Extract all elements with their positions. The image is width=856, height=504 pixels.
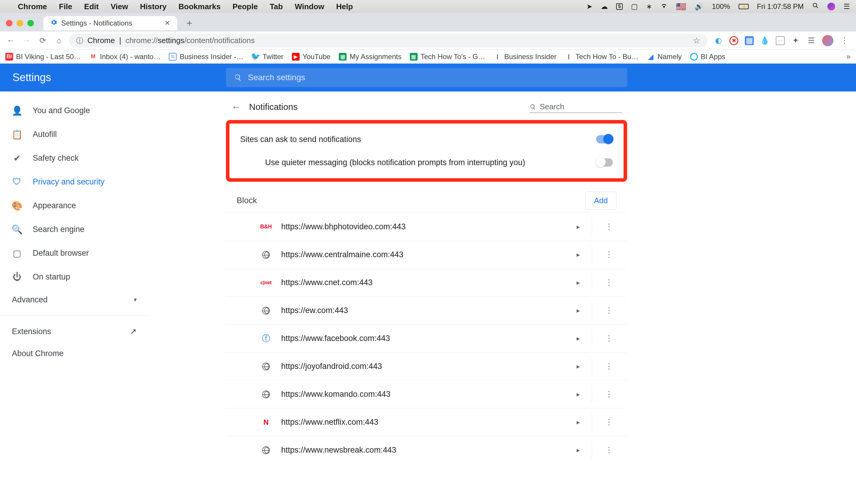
back-arrow-button[interactable]: ← [231, 102, 241, 112]
site-menu-button[interactable]: ⋮ [592, 302, 616, 320]
site-menu-button[interactable]: ⋮ [592, 413, 616, 431]
airplay-icon[interactable]: ▢ [631, 2, 638, 11]
chevron-right-icon[interactable]: ▸ [565, 251, 592, 259]
site-menu-button[interactable]: ⋮ [592, 330, 616, 347]
bookmark-item[interactable]: |Tech How To - Bu… [565, 53, 639, 61]
sidebar-extensions[interactable]: Extensions↗ [0, 321, 149, 342]
site-row[interactable]: https://ew.com:443 ▸ ⋮ [226, 296, 627, 324]
clock[interactable]: Fri 1:07:58 PM [757, 2, 804, 11]
wifi-icon[interactable] [660, 2, 667, 11]
bookmark-item[interactable]: ◢Namely [647, 53, 682, 61]
menu-help[interactable]: Help [336, 2, 353, 11]
site-menu-button[interactable]: ⋮ [592, 218, 616, 236]
site-row[interactable]: https://www.komando.com:443 ▸ ⋮ [226, 380, 627, 408]
content-search[interactable]: Search [530, 101, 622, 113]
tab-close-button[interactable]: ✕ [165, 19, 170, 27]
bookmark-star-icon[interactable]: ☆ [693, 36, 700, 46]
bookmark-item[interactable]: |Business Insider [493, 53, 556, 61]
flag-icon[interactable]: 🇺🇸 [676, 2, 686, 12]
window-close-button[interactable] [6, 20, 13, 26]
ext-icon-2[interactable]: ✖ [729, 36, 738, 45]
menu-people[interactable]: People [232, 2, 258, 11]
battery-percent[interactable]: 100% [712, 2, 730, 11]
chevron-right-icon[interactable]: ▸ [565, 363, 592, 370]
new-tab-button[interactable]: + [187, 18, 192, 29]
location-icon[interactable]: ➤ [587, 2, 592, 11]
chevron-right-icon[interactable]: ▸ [565, 335, 592, 342]
sidebar-item-appearance[interactable]: 🎨Appearance [0, 194, 149, 217]
bookmark-item[interactable]: ▦My Assignments [339, 53, 402, 61]
siri-icon[interactable] [827, 3, 835, 11]
chevron-right-icon[interactable]: ▸ [565, 307, 592, 314]
menu-app[interactable]: Chrome [18, 2, 47, 11]
window-minimize-button[interactable] [17, 20, 23, 26]
chrome-menu-button[interactable]: ⋮ [840, 36, 849, 45]
window-maximize-button[interactable] [27, 20, 34, 26]
sidebar-item-autofill[interactable]: 📋Autofill [0, 122, 149, 146]
control-center-icon[interactable]: ☰ [843, 2, 850, 11]
reading-list-icon[interactable]: ☰ [807, 36, 816, 45]
site-menu-button[interactable]: ⋮ [592, 441, 616, 459]
site-row[interactable]: https://joyofandroid.com:443 ▸ ⋮ [226, 352, 627, 380]
forward-button[interactable]: → [21, 35, 33, 47]
sidebar-item-search-engine[interactable]: 🔍Search engine [0, 217, 149, 241]
site-row[interactable]: B&H https://www.bhphotovideo.com:443 ▸ ⋮ [226, 213, 627, 240]
chevron-right-icon[interactable]: ▸ [565, 279, 592, 287]
bookmarks-overflow-icon[interactable]: » [846, 52, 851, 61]
site-row[interactable]: c|net https://www.cnet.com:443 ▸ ⋮ [226, 269, 627, 296]
omnibox[interactable]: ⓘ Chrome | chrome://settings/content/not… [69, 34, 707, 48]
profile-avatar[interactable] [822, 35, 834, 46]
chevron-right-icon[interactable]: ▸ [565, 223, 592, 231]
sidebar-item-default-browser[interactable]: ▢Default browser [0, 241, 149, 265]
menu-bookmarks[interactable]: Bookmarks [179, 2, 221, 11]
menu-tab[interactable]: Tab [269, 2, 283, 11]
ext-icon-4[interactable]: 💧 [760, 36, 769, 45]
ext-icon-3[interactable]: ▦ [745, 36, 754, 45]
extensions-puzzle-icon[interactable]: ✦ [791, 36, 800, 45]
back-button[interactable]: ← [5, 35, 17, 47]
chevron-right-icon[interactable]: ▸ [565, 446, 592, 454]
site-row[interactable]: N https://www.netflix.com:443 ▸ ⋮ [226, 408, 627, 436]
site-info-icon[interactable]: ⓘ [76, 36, 83, 46]
bookmark-item[interactable]: 🐦Twitter [252, 53, 283, 61]
home-button[interactable]: ⌂ [53, 35, 65, 47]
cloud-icon[interactable]: ☁︎ [601, 2, 608, 11]
toggle-switch[interactable] [596, 135, 613, 143]
sidebar-about[interactable]: About Chrome [0, 342, 149, 364]
site-menu-button[interactable]: ⋮ [592, 385, 616, 403]
browser-tab[interactable]: Settings - Notifications ✕ [43, 16, 177, 30]
battery-icon[interactable]: ⚡ [739, 4, 749, 9]
chevron-right-icon[interactable]: ▸ [565, 418, 592, 426]
site-menu-button[interactable]: ⋮ [592, 246, 616, 264]
settings-search[interactable]: Search settings [226, 68, 627, 87]
bluetooth-icon[interactable]: ∗ [646, 2, 652, 11]
sidebar-advanced[interactable]: Advanced▾ [0, 289, 149, 311]
bookmark-item[interactable]: BI Apps [690, 53, 726, 61]
spotlight-icon[interactable] [812, 2, 819, 11]
sidebar-item-on-startup[interactable]: ⏻On startup [0, 265, 149, 289]
menu-window[interactable]: Window [295, 2, 324, 11]
ext-icon-5[interactable]: ⋯ [776, 36, 785, 45]
sidebar-item-you-and-google[interactable]: 👤You and Google [0, 98, 149, 122]
sidebar-item-safety-check[interactable]: ✔Safety check [0, 146, 149, 170]
bookmark-item[interactable]: ▦Tech How To's - G… [410, 53, 485, 61]
toggle-quieter-messaging[interactable]: Use quieter messaging (blocks notificati… [229, 151, 624, 174]
site-row[interactable]: ⓕ https://www.facebook.com:443 ▸ ⋮ [226, 324, 627, 352]
menu-history[interactable]: History [140, 2, 167, 11]
bookmark-item[interactable]: ▶YouTube [292, 53, 331, 61]
shield-5-icon[interactable]: 5 [616, 3, 623, 10]
site-menu-button[interactable]: ⋮ [592, 358, 616, 375]
ext-icon-1[interactable]: ◐ [714, 36, 723, 45]
add-button[interactable]: Add [586, 192, 616, 210]
menu-view[interactable]: View [110, 2, 128, 11]
menu-file[interactable]: File [59, 2, 72, 11]
bookmark-item[interactable]: 31Business Insider -… [169, 53, 243, 61]
reload-button[interactable]: ⟳ [37, 35, 49, 47]
toggle-switch[interactable] [596, 158, 613, 167]
sidebar-item-privacy-and-security[interactable]: 🛡Privacy and security [0, 170, 149, 194]
volume-icon[interactable]: 🔊 [695, 2, 703, 11]
chevron-right-icon[interactable]: ▸ [565, 391, 592, 398]
site-row[interactable]: https://www.centralmaine.com:443 ▸ ⋮ [226, 240, 627, 269]
toggle-sites-can-ask[interactable]: Sites can ask to send notifications [229, 128, 624, 151]
bookmark-item[interactable]: BIBI Viking - Last 50… [5, 53, 81, 61]
